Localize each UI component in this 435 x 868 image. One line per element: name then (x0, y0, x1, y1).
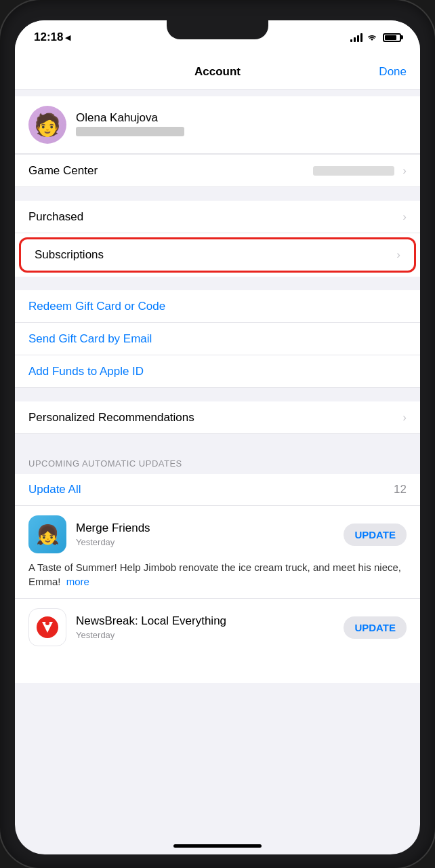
purchased-row[interactable]: Purchased › (15, 201, 420, 233)
avatar: 🧑 (28, 106, 66, 144)
newsbreak-update-button[interactable]: UPDATE (344, 616, 407, 639)
svg-point-1 (45, 621, 49, 625)
newsbreak-name: NewsBreak: Local Everything (76, 614, 344, 628)
upcoming-updates-header: UPCOMING AUTOMATIC UPDATES (15, 448, 420, 474)
merge-friends-icon: 👧 (28, 515, 66, 553)
merge-friends-description: A Taste of Summer! Help Jimbob renovate … (28, 560, 407, 589)
game-center-value (313, 166, 394, 176)
status-icons (350, 33, 401, 42)
avatar-emoji: 🧑 (34, 114, 61, 136)
wifi-icon (367, 33, 377, 41)
purchased-chevron-icon: › (402, 210, 407, 224)
send-gift-card-row[interactable]: Send Gift Card by Email (15, 323, 420, 355)
newsbreak-main: NewsBreak: Local Everything Yesterday UP… (28, 608, 407, 646)
merge-friends-info: Merge Friends Yesterday (76, 521, 344, 547)
newsbreak-row: NewsBreak: Local Everything Yesterday UP… (15, 599, 420, 656)
nav-header: Account Done (15, 54, 420, 90)
subscriptions-label: Subscriptions (35, 248, 394, 262)
purchased-label: Purchased (28, 210, 400, 224)
send-gift-card-label: Send Gift Card by Email (28, 332, 407, 346)
game-center-label: Game Center (28, 164, 313, 178)
redeem-gift-card-label: Redeem Gift Card or Code (28, 300, 407, 313)
home-indicator (173, 844, 262, 848)
phone-screen: 12:18 ◀ (15, 20, 420, 854)
redeem-gift-card-row[interactable]: Redeem Gift Card or Code (15, 290, 420, 323)
subscriptions-chevron-icon: › (396, 248, 400, 262)
phone-frame: 12:18 ◀ (0, 0, 435, 868)
subscriptions-row[interactable]: Subscriptions › (19, 237, 416, 273)
profile-name: Olena Kahujova (76, 111, 407, 125)
merge-friends-more-link[interactable]: more (66, 576, 89, 587)
update-all-label: Update All (28, 483, 394, 496)
newsbreak-date: Yesterday (76, 630, 344, 640)
update-all-row[interactable]: Update All 12 (15, 474, 420, 506)
notch (167, 20, 268, 39)
profile-info: Olena Kahujova (76, 111, 407, 139)
bottom-spacer (15, 656, 420, 683)
status-time: 12:18 (34, 31, 63, 44)
profile-email (76, 127, 184, 136)
newsbreak-icon (28, 608, 66, 646)
merge-friends-row: 👧 Merge Friends Yesterday UPDATE A Taste… (15, 506, 420, 599)
personalized-recs-chevron-icon: › (402, 411, 407, 425)
merge-friends-date: Yesterday (76, 537, 344, 547)
personalized-recs-label: Personalized Recommendations (28, 411, 400, 425)
game-center-row[interactable]: Game Center › (15, 155, 420, 187)
battery-icon (383, 33, 401, 42)
location-arrow-icon: ◀ (65, 33, 70, 42)
add-funds-row[interactable]: Add Funds to Apple ID (15, 355, 420, 388)
personalized-recs-row[interactable]: Personalized Recommendations › (15, 401, 420, 434)
newsbreak-info: NewsBreak: Local Everything Yesterday (76, 614, 344, 640)
merge-friends-update-button[interactable]: UPDATE (344, 524, 407, 546)
profile-row[interactable]: 🧑 Olena Kahujova (15, 96, 420, 154)
game-center-chevron-icon: › (402, 164, 407, 178)
scrollable-content: 🧑 Olena Kahujova Game Center › (15, 90, 420, 854)
done-button[interactable]: Done (373, 65, 407, 79)
nav-title: Account (62, 65, 373, 79)
subscriptions-section: Subscriptions › (15, 233, 420, 277)
add-funds-label: Add Funds to Apple ID (28, 365, 407, 378)
merge-friends-name: Merge Friends (76, 521, 344, 535)
update-count: 12 (394, 483, 407, 496)
signal-bars-icon (350, 33, 362, 42)
merge-friends-main: 👧 Merge Friends Yesterday UPDATE (28, 515, 407, 553)
